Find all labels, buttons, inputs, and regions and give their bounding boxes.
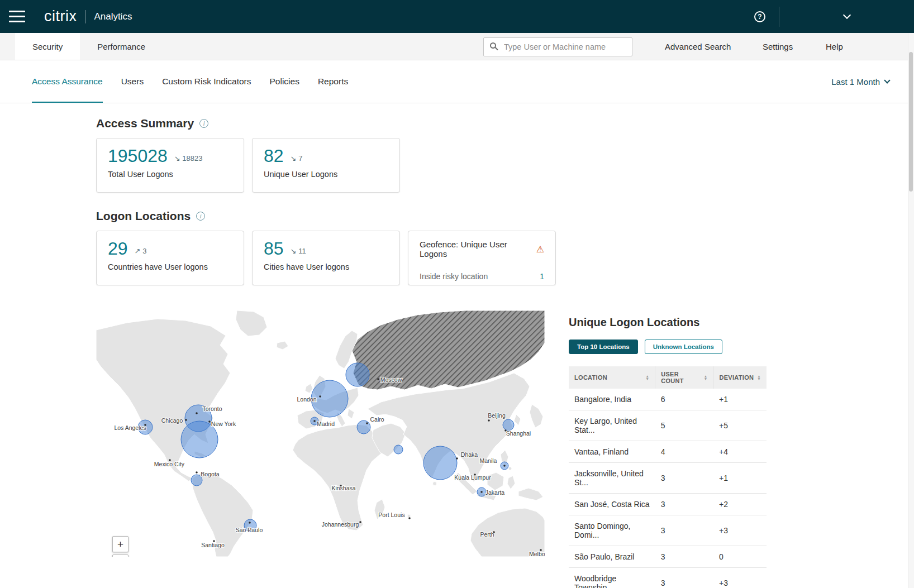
- search-icon: [490, 42, 496, 49]
- deviation-cell: +3: [713, 568, 767, 588]
- nav-users[interactable]: Users: [121, 60, 144, 103]
- table-row: Key Largo, United Stat...5+5: [569, 410, 767, 441]
- sort-icon[interactable]: ▲▼: [704, 375, 708, 380]
- city-label: Mexico City: [154, 461, 185, 467]
- column-header-location[interactable]: LOCATION ▲▼: [569, 366, 655, 389]
- nav-reports[interactable]: Reports: [318, 60, 348, 103]
- advanced-search-link[interactable]: Advanced Search: [665, 33, 731, 60]
- card-label: Total User Logons: [108, 170, 232, 179]
- city-label: New York: [211, 420, 236, 427]
- locations-table: LOCATION ▲▼ USER COUNT ▲▼ DEVIATION ▲▼: [569, 366, 767, 588]
- map-and-panel-row: Los AngelesChicagoTorontoNew YorkMexico …: [96, 310, 914, 588]
- hamburger-menu-icon[interactable]: [9, 11, 25, 22]
- city-dot: [456, 457, 458, 460]
- city-label: Kinshasa: [331, 485, 355, 491]
- unique-user-logons-card: 82 ↘ 7 Unique User Logons: [252, 138, 400, 193]
- unknown-locations-button[interactable]: Unknown Locations: [645, 340, 722, 354]
- location-link[interactable]: San José, Costa Rica: [569, 494, 655, 515]
- deviation-cell: +2: [713, 494, 767, 515]
- countries-value: 29: [108, 240, 128, 257]
- logon-bubble[interactable]: [311, 380, 348, 417]
- help-link[interactable]: Help: [826, 33, 843, 60]
- deviation-cell: +5: [713, 410, 767, 441]
- logon-bubble[interactable]: [357, 420, 370, 434]
- sub-navigation: Access Assurance Users Custom Risk Indic…: [0, 60, 914, 103]
- time-filter-dropdown[interactable]: Last 1 Month: [831, 60, 889, 103]
- logon-bubble[interactable]: [394, 445, 403, 454]
- total-logons-delta: ↘ 18823: [174, 154, 203, 162]
- info-icon[interactable]: i: [199, 119, 208, 128]
- logon-bubble[interactable]: [346, 363, 369, 386]
- table-row: San José, Costa Rica3+2: [569, 494, 767, 515]
- location-link[interactable]: Bangalore, India: [569, 389, 655, 410]
- location-link[interactable]: Woodbridge Township...: [569, 568, 655, 588]
- geofence-row-value[interactable]: 1: [540, 272, 544, 281]
- chevron-down-icon: [884, 77, 890, 83]
- user-count-cell: 3: [655, 494, 713, 515]
- sort-icon[interactable]: ▲▼: [757, 375, 761, 380]
- location-link[interactable]: Jacksonville, United St...: [569, 463, 655, 494]
- nav-custom-risk-indicators[interactable]: Custom Risk Indicators: [162, 60, 251, 103]
- scrollbar-thumb[interactable]: [909, 52, 913, 192]
- city-label: Beijing: [488, 412, 506, 419]
- top-10-locations-button[interactable]: Top 10 Locations: [569, 340, 638, 354]
- city-label: São Paulo: [236, 527, 263, 533]
- location-link[interactable]: Vantaa, Finland: [569, 441, 655, 463]
- user-count-cell: 3: [655, 515, 713, 546]
- city-label: Moscow: [380, 376, 402, 383]
- continent-shapes: [96, 310, 545, 557]
- geofence-row-label: Inside risky location: [420, 272, 488, 281]
- deviation-cell: 0: [713, 546, 767, 568]
- trend-up-icon: ↗: [135, 247, 141, 255]
- help-icon[interactable]: ?: [754, 11, 765, 22]
- city-dot: [480, 491, 483, 493]
- logon-locations-heading: Logon Locations i: [96, 209, 914, 223]
- deviation-cell: +1: [713, 463, 767, 494]
- city-dot: [208, 420, 211, 423]
- info-icon[interactable]: i: [196, 212, 205, 221]
- card-label: Countries have User logons: [108, 262, 232, 271]
- city-label: Santiago: [201, 542, 225, 548]
- settings-link[interactable]: Settings: [763, 33, 793, 60]
- nav-policies[interactable]: Policies: [270, 60, 299, 103]
- zoom-out-button[interactable]: [112, 554, 128, 557]
- zoom-in-button[interactable]: +: [112, 536, 128, 552]
- logon-locations-title: Logon Locations: [96, 209, 191, 223]
- chevron-down-icon[interactable]: [842, 11, 850, 19]
- city-dot: [249, 522, 251, 524]
- logon-bubble[interactable]: [503, 419, 514, 431]
- nav-access-assurance[interactable]: Access Assurance: [32, 60, 103, 103]
- city-dot: [408, 517, 411, 519]
- city-label: Madrid: [317, 420, 335, 427]
- search-input[interactable]: [483, 37, 632, 56]
- panel-title: Unique Logon Locations: [569, 316, 767, 329]
- trend-down-icon: ↘: [291, 247, 297, 255]
- user-count-cell: 4: [655, 441, 713, 463]
- tab-security[interactable]: Security: [15, 33, 80, 60]
- city-dot: [196, 412, 198, 414]
- logo-divider: [85, 10, 86, 23]
- user-count-cell: 3: [655, 568, 713, 588]
- location-link[interactable]: Santo Domingo, Domi...: [569, 515, 655, 546]
- city-label: Melbourne: [529, 551, 545, 557]
- city-label: Perth: [480, 531, 494, 538]
- total-user-logons-card: 195028 ↘ 18823 Total User Logons: [96, 138, 244, 193]
- table-row: Jacksonville, United St...3+1: [569, 463, 767, 494]
- location-link[interactable]: São Paulo, Brazil: [569, 546, 655, 568]
- logon-bubble[interactable]: [423, 446, 457, 480]
- page-scrollbar[interactable]: [908, 33, 914, 588]
- city-dot: [366, 422, 368, 424]
- secondary-bar: Security Performance Advanced Search Set…: [0, 33, 914, 60]
- world-map[interactable]: Los AngelesChicagoTorontoNew YorkMexico …: [96, 310, 545, 557]
- tab-performance[interactable]: Performance: [80, 33, 163, 60]
- access-summary-heading: Access Summary i: [96, 117, 914, 130]
- column-header-user-count[interactable]: USER COUNT ▲▼: [655, 366, 713, 389]
- location-link[interactable]: Key Largo, United Stat...: [569, 410, 655, 441]
- main-content: Access Summary i 195028 ↘ 18823 Total Us…: [0, 103, 914, 588]
- sort-icon[interactable]: ▲▼: [646, 375, 650, 380]
- unique-logons-delta: ↘ 7: [291, 154, 303, 162]
- unique-logons-value: 82: [264, 147, 284, 165]
- panel-toggle-buttons: Top 10 Locations Unknown Locations: [569, 340, 767, 354]
- column-header-deviation[interactable]: DEVIATION ▲▼: [713, 366, 767, 389]
- card-label: Cities have User logons: [264, 262, 388, 271]
